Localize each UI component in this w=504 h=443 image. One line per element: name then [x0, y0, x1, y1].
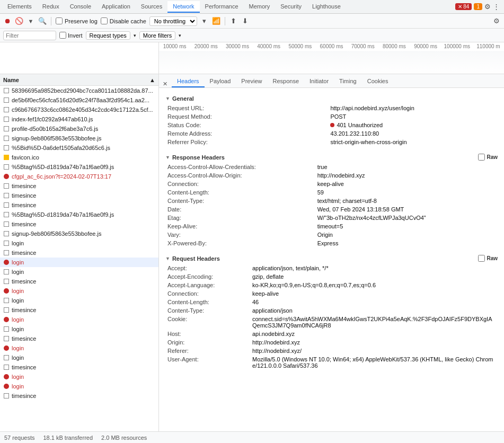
- error-icon: [3, 374, 10, 380]
- tab-response[interactable]: Response: [267, 76, 304, 87]
- timeline-label: 100000 ms: [441, 43, 473, 49]
- settings-icon[interactable]: ⚙: [484, 3, 491, 11]
- list-item[interactable]: login: [0, 238, 158, 248]
- list-item[interactable]: timesince: [0, 391, 158, 401]
- throttle-dropdown-icon[interactable]: ▾: [200, 17, 209, 25]
- tab-sources[interactable]: Sources: [136, 1, 167, 13]
- list-item[interactable]: login: [0, 315, 158, 324]
- list-item[interactable]: signup-9eb806f5863e553bbofee.js: [0, 134, 158, 143]
- more-filters-button[interactable]: More filters: [139, 31, 175, 40]
- list-item[interactable]: favicon.ico: [0, 153, 158, 162]
- error-icon: [3, 316, 10, 323]
- tab-timing[interactable]: Timing: [334, 76, 362, 87]
- gear-icon[interactable]: ⚙: [492, 17, 501, 25]
- detail-close-button[interactable]: ✕: [161, 80, 169, 87]
- list-item[interactable]: %5Btag%5D-d1819da74b7a1f6ae0f9.js: [0, 210, 158, 219]
- doc-icon: [3, 335, 10, 342]
- devtools-tab-bar: Elements Redux Console Application Sourc…: [0, 0, 504, 14]
- list-item[interactable]: timesince: [0, 248, 158, 258]
- list-item[interactable]: profile-d5o0b165a2f6abe3a7c6.js: [0, 124, 158, 134]
- response-header-row: Keep-Alive:timeout=5: [165, 222, 498, 231]
- tab-console[interactable]: Console: [65, 1, 96, 13]
- list-item[interactable]: login: [0, 258, 158, 267]
- list-item[interactable]: login: [0, 324, 158, 334]
- disable-cache-checkbox[interactable]: Disable cache: [101, 17, 146, 24]
- list-item[interactable]: timesince: [0, 305, 158, 315]
- sort-icon[interactable]: ▲: [149, 77, 155, 83]
- general-section-header[interactable]: ▼ General: [165, 92, 498, 104]
- list-item[interactable]: timesince: [0, 191, 158, 200]
- upload-icon[interactable]: ⬆: [229, 17, 238, 25]
- tab-security[interactable]: Security: [275, 1, 307, 13]
- request-header-row: Host:api.nodebird.xyz: [165, 330, 498, 338]
- list-item[interactable]: login: [0, 372, 158, 382]
- list-item[interactable]: timesince: [0, 181, 158, 191]
- list-item[interactable]: timesince: [0, 200, 158, 210]
- response-header-row: X-Powered-By:Express: [165, 239, 498, 247]
- wifi-icon[interactable]: 📶: [212, 17, 220, 25]
- list-item-name: cfgpl_ac_6c.json?t=2024-02-07T13:17: [12, 173, 111, 180]
- download-icon[interactable]: ⬇: [241, 17, 250, 25]
- filter-input[interactable]: [3, 31, 56, 40]
- list-item[interactable]: timesince: [0, 219, 158, 229]
- list-item[interactable]: login: [0, 382, 158, 391]
- separator-2: [225, 17, 225, 25]
- request-headers-section-header[interactable]: ▼ Request Headers Raw: [165, 252, 498, 264]
- list-item-name: timesince: [12, 393, 36, 399]
- doc-icon: [3, 393, 10, 399]
- list-item[interactable]: timesince: [0, 334, 158, 343]
- tab-redux[interactable]: Redux: [37, 1, 65, 13]
- tab-headers[interactable]: Headers: [172, 76, 205, 87]
- doc-icon: [3, 183, 10, 189]
- list-item[interactable]: timesince: [0, 277, 158, 286]
- error-icon: [3, 383, 10, 389]
- doc-icon: [3, 278, 10, 285]
- tab-initiator[interactable]: Initiator: [304, 76, 334, 87]
- list-item-name: timesince: [12, 250, 36, 256]
- list-item[interactable]: 58396695a9852becd2904bc7cca8011a108882da…: [0, 86, 158, 95]
- referrer-policy-row: Referrer Policy: strict-origin-when-cros…: [165, 138, 498, 146]
- list-item[interactable]: %5Bid%5D-0a6def1505afa20d65c6.js: [0, 143, 158, 153]
- throttle-select[interactable]: No throttling: [149, 16, 197, 26]
- tab-application[interactable]: Application: [96, 1, 136, 13]
- list-item[interactable]: login: [0, 296, 158, 305]
- tab-payload[interactable]: Payload: [205, 76, 236, 87]
- error-icon: [3, 288, 10, 294]
- tab-lighthouse[interactable]: Lighthouse: [307, 1, 346, 13]
- tab-preview[interactable]: Preview: [236, 76, 267, 87]
- tab-network[interactable]: Network: [167, 1, 199, 13]
- tab-cookies[interactable]: Cookies: [362, 76, 394, 87]
- request-types-button[interactable]: Request types: [86, 31, 130, 40]
- request-headers-raw-checkbox[interactable]: Raw: [478, 255, 498, 262]
- filter-button[interactable]: ▼: [26, 17, 35, 25]
- list-item[interactable]: cfgpl_ac_6c.json?t=2024-02-07T13:17: [0, 172, 158, 181]
- doc-icon: [3, 240, 10, 246]
- list-item[interactable]: login: [0, 267, 158, 277]
- list-item[interactable]: de5b6f0ec56cfca516d20d9c24f78aa3f2d954c1…: [0, 95, 158, 105]
- request-header-row: Accept:application/json, text/plain, */*: [165, 264, 498, 272]
- status-bar: 57 requests 18.1 kB transferred 2.0 MB r…: [0, 431, 504, 443]
- clear-button[interactable]: 🚫: [15, 17, 23, 25]
- list-item[interactable]: %5Btag%5D-d1819da74b7a1f6ae0f9.js: [0, 162, 158, 172]
- tab-performance[interactable]: Performance: [200, 1, 244, 13]
- list-item-name: login: [12, 374, 24, 380]
- list-item[interactable]: c96b6766733c6cc0862e405d34c2cdc49c17122a…: [0, 105, 158, 114]
- tab-memory[interactable]: Memory: [244, 1, 276, 13]
- response-headers-raw-checkbox[interactable]: Raw: [478, 154, 498, 161]
- invert-checkbox[interactable]: Invert: [59, 32, 83, 39]
- tab-elements[interactable]: Elements: [2, 1, 37, 13]
- request-header-row: Referer:http://nodebird.xyz/: [165, 347, 498, 355]
- record-button[interactable]: ⏺: [3, 17, 12, 25]
- list-item[interactable]: signup-9eb806f5863e553bbofee.js: [0, 229, 158, 238]
- list-item[interactable]: timesince: [0, 362, 158, 372]
- list-item[interactable]: login: [0, 353, 158, 362]
- list-item[interactable]: login: [0, 286, 158, 296]
- search-button[interactable]: 🔍: [38, 17, 47, 25]
- response-headers-section-header[interactable]: ▼ Response Headers Raw: [165, 150, 498, 163]
- list-item[interactable]: index-fef1fc0292a9447ab610.js: [0, 114, 158, 124]
- list-item[interactable]: login: [0, 343, 158, 353]
- doc-icon: [3, 355, 10, 361]
- preserve-log-checkbox[interactable]: Preserve log: [56, 17, 98, 24]
- more-options-icon[interactable]: ⋮: [493, 3, 500, 11]
- doc-icon: [3, 269, 10, 275]
